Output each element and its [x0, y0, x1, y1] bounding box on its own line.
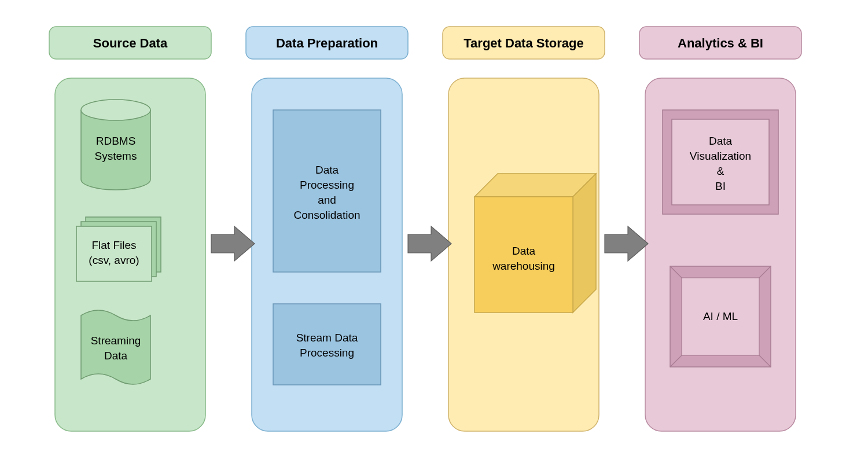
panel-prep: DataProcessingandConsolidation Stream Da… [252, 78, 402, 431]
header-analytics-label: Analytics & BI [678, 36, 763, 50]
header-prep-label: Data Preparation [276, 36, 378, 50]
header-source-label: Source Data [93, 36, 168, 50]
node-batch-processing: DataProcessingandConsolidation [273, 110, 381, 272]
header-target-label: Target Data Storage [464, 36, 583, 50]
node-ml-label: AI / ML [703, 310, 738, 322]
svg-rect-10 [273, 110, 381, 272]
node-visualization: DataVisualization&BI [663, 110, 778, 214]
node-rdbms: RDBMSSystems [81, 100, 150, 190]
arrow-3-icon [605, 226, 648, 261]
header-target: Target Data Storage [443, 27, 605, 59]
architecture-diagram: Source Data Data Preparation Target Data… [0, 0, 868, 463]
panel-analytics: DataVisualization&BI AI / ML [645, 78, 796, 431]
node-ai-ml: AI / ML [670, 266, 771, 367]
panel-target: Datawarehousing [448, 78, 599, 431]
header-source: Source Data [49, 27, 211, 59]
node-flatfiles: Flat Files(csv, avro) [76, 217, 161, 281]
header-analytics: Analytics & BI [639, 27, 801, 59]
node-data-warehouse: Datawarehousing [475, 174, 596, 313]
panel-source: RDBMSSystems Flat Files(csv, avro) Strea… [55, 78, 205, 431]
arrow-1-icon [211, 226, 255, 261]
node-stream-processing: Stream DataProcessing [273, 304, 381, 385]
svg-rect-11 [273, 304, 381, 385]
header-prep: Data Preparation [246, 27, 408, 59]
arrow-2-icon [408, 226, 451, 261]
svg-point-5 [81, 100, 150, 120]
node-streaming: StreamingData [81, 310, 150, 384]
